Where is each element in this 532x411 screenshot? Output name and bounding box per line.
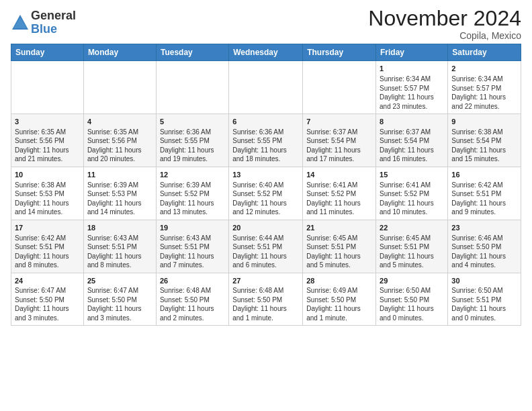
day-number: 29: [380, 276, 444, 286]
table-row: 20Sunrise: 6:44 AMSunset: 5:51 PMDayligh…: [229, 220, 303, 273]
day-info: Sunrise: 6:36 AMSunset: 5:55 PMDaylight:…: [160, 128, 225, 164]
table-row: 4Sunrise: 6:35 AMSunset: 5:56 PMDaylight…: [83, 114, 156, 167]
day-info: Sunrise: 6:44 AMSunset: 5:51 PMDaylight:…: [232, 234, 299, 270]
day-info: Sunrise: 6:50 AMSunset: 5:51 PMDaylight:…: [451, 286, 517, 322]
table-row: 25Sunrise: 6:47 AMSunset: 5:50 PMDayligh…: [83, 273, 156, 326]
day-info: Sunrise: 6:39 AMSunset: 5:53 PMDaylight:…: [87, 181, 152, 217]
table-row: 11Sunrise: 6:39 AMSunset: 5:53 PMDayligh…: [83, 167, 156, 220]
day-number: 22: [380, 223, 444, 233]
calendar-header-row: Sunday Monday Tuesday Wednesday Thursday…: [11, 44, 521, 61]
table-row: [303, 61, 376, 114]
table-row: 18Sunrise: 6:43 AMSunset: 5:51 PMDayligh…: [83, 220, 156, 273]
day-number: 25: [87, 276, 152, 286]
calendar-week-row: 17Sunrise: 6:42 AMSunset: 5:51 PMDayligh…: [11, 220, 521, 273]
table-row: 21Sunrise: 6:45 AMSunset: 5:51 PMDayligh…: [303, 220, 376, 273]
day-info: Sunrise: 6:46 AMSunset: 5:50 PMDaylight:…: [451, 234, 517, 270]
day-info: Sunrise: 6:45 AMSunset: 5:51 PMDaylight:…: [380, 234, 444, 270]
day-info: Sunrise: 6:42 AMSunset: 5:51 PMDaylight:…: [15, 234, 80, 270]
day-number: 20: [232, 223, 299, 233]
day-info: Sunrise: 6:45 AMSunset: 5:51 PMDaylight:…: [306, 234, 372, 270]
day-info: Sunrise: 6:48 AMSunset: 5:50 PMDaylight:…: [232, 286, 299, 322]
day-number: 17: [15, 223, 80, 233]
header: General Blue November 2024 Copila, Mexic…: [11, 7, 521, 41]
logo-blue: Blue: [31, 23, 76, 36]
logo: General Blue: [11, 9, 76, 36]
day-number: 11: [87, 170, 152, 180]
day-info: Sunrise: 6:34 AMSunset: 5:57 PMDaylight:…: [451, 75, 517, 111]
day-number: 3: [15, 117, 80, 127]
day-number: 19: [160, 223, 225, 233]
day-number: 7: [306, 117, 372, 127]
day-info: Sunrise: 6:35 AMSunset: 5:56 PMDaylight:…: [87, 128, 152, 164]
day-number: 21: [306, 223, 372, 233]
title-area: November 2024 Copila, Mexico: [368, 7, 521, 41]
calendar-week-row: 24Sunrise: 6:47 AMSunset: 5:50 PMDayligh…: [11, 273, 521, 326]
col-sunday: Sunday: [11, 44, 84, 61]
table-row: 28Sunrise: 6:49 AMSunset: 5:50 PMDayligh…: [303, 273, 376, 326]
day-number: 30: [451, 276, 517, 286]
table-row: 16Sunrise: 6:42 AMSunset: 5:51 PMDayligh…: [448, 167, 521, 220]
day-number: 18: [87, 223, 152, 233]
day-number: 24: [15, 276, 80, 286]
table-row: 27Sunrise: 6:48 AMSunset: 5:50 PMDayligh…: [229, 273, 303, 326]
day-info: Sunrise: 6:41 AMSunset: 5:52 PMDaylight:…: [306, 181, 372, 217]
day-info: Sunrise: 6:41 AMSunset: 5:52 PMDaylight:…: [380, 181, 444, 217]
table-row: 3Sunrise: 6:35 AMSunset: 5:56 PMDaylight…: [11, 114, 84, 167]
day-number: 13: [232, 170, 299, 180]
table-row: 24Sunrise: 6:47 AMSunset: 5:50 PMDayligh…: [11, 273, 84, 326]
day-info: Sunrise: 6:35 AMSunset: 5:56 PMDaylight:…: [15, 128, 80, 164]
day-number: 6: [232, 117, 299, 127]
day-info: Sunrise: 6:47 AMSunset: 5:50 PMDaylight:…: [87, 286, 152, 322]
table-row: 8Sunrise: 6:37 AMSunset: 5:54 PMDaylight…: [376, 114, 448, 167]
table-row: [229, 61, 303, 114]
table-row: 26Sunrise: 6:48 AMSunset: 5:50 PMDayligh…: [156, 273, 228, 326]
day-number: 2: [451, 64, 517, 74]
day-info: Sunrise: 6:38 AMSunset: 5:53 PMDaylight:…: [15, 181, 80, 217]
table-row: 9Sunrise: 6:38 AMSunset: 5:54 PMDaylight…: [448, 114, 521, 167]
table-row: [156, 61, 228, 114]
day-info: Sunrise: 6:36 AMSunset: 5:55 PMDaylight:…: [232, 128, 299, 164]
day-number: 12: [160, 170, 225, 180]
table-row: 7Sunrise: 6:37 AMSunset: 5:54 PMDaylight…: [303, 114, 376, 167]
table-row: 2Sunrise: 6:34 AMSunset: 5:57 PMDaylight…: [448, 61, 521, 114]
table-row: 30Sunrise: 6:50 AMSunset: 5:51 PMDayligh…: [448, 273, 521, 326]
day-number: 26: [160, 276, 225, 286]
col-friday: Friday: [376, 44, 448, 61]
page: General Blue November 2024 Copila, Mexic…: [0, 0, 532, 411]
subtitle: Copila, Mexico: [368, 30, 521, 41]
day-info: Sunrise: 6:49 AMSunset: 5:50 PMDaylight:…: [306, 286, 372, 322]
day-info: Sunrise: 6:48 AMSunset: 5:50 PMDaylight:…: [160, 286, 225, 322]
table-row: 22Sunrise: 6:45 AMSunset: 5:51 PMDayligh…: [376, 220, 448, 273]
day-info: Sunrise: 6:43 AMSunset: 5:51 PMDaylight:…: [160, 234, 225, 270]
logo-text: General Blue: [31, 9, 76, 36]
day-number: 4: [87, 117, 152, 127]
table-row: 5Sunrise: 6:36 AMSunset: 5:55 PMDaylight…: [156, 114, 228, 167]
table-row: 17Sunrise: 6:42 AMSunset: 5:51 PMDayligh…: [11, 220, 84, 273]
col-wednesday: Wednesday: [229, 44, 303, 61]
day-info: Sunrise: 6:47 AMSunset: 5:50 PMDaylight:…: [15, 286, 80, 322]
calendar-week-row: 1Sunrise: 6:34 AMSunset: 5:57 PMDaylight…: [11, 61, 521, 114]
logo-icon: [11, 13, 30, 32]
day-number: 15: [380, 170, 444, 180]
table-row: 15Sunrise: 6:41 AMSunset: 5:52 PMDayligh…: [376, 167, 448, 220]
table-row: 14Sunrise: 6:41 AMSunset: 5:52 PMDayligh…: [303, 167, 376, 220]
table-row: 19Sunrise: 6:43 AMSunset: 5:51 PMDayligh…: [156, 220, 228, 273]
day-number: 5: [160, 117, 225, 127]
month-title: November 2024: [368, 7, 521, 30]
day-info: Sunrise: 6:42 AMSunset: 5:51 PMDaylight:…: [451, 181, 517, 217]
day-info: Sunrise: 6:40 AMSunset: 5:52 PMDaylight:…: [232, 181, 299, 217]
calendar-table: Sunday Monday Tuesday Wednesday Thursday…: [11, 44, 521, 326]
day-info: Sunrise: 6:37 AMSunset: 5:54 PMDaylight:…: [306, 128, 372, 164]
table-row: 13Sunrise: 6:40 AMSunset: 5:52 PMDayligh…: [229, 167, 303, 220]
logo-general: General: [31, 9, 76, 23]
col-thursday: Thursday: [303, 44, 376, 61]
col-tuesday: Tuesday: [156, 44, 228, 61]
day-info: Sunrise: 6:43 AMSunset: 5:51 PMDaylight:…: [87, 234, 152, 270]
day-number: 27: [232, 276, 299, 286]
day-number: 1: [380, 64, 444, 74]
table-row: 6Sunrise: 6:36 AMSunset: 5:55 PMDaylight…: [229, 114, 303, 167]
day-number: 16: [451, 170, 517, 180]
table-row: 12Sunrise: 6:39 AMSunset: 5:52 PMDayligh…: [156, 167, 228, 220]
col-monday: Monday: [83, 44, 156, 61]
svg-marker-1: [13, 17, 27, 28]
